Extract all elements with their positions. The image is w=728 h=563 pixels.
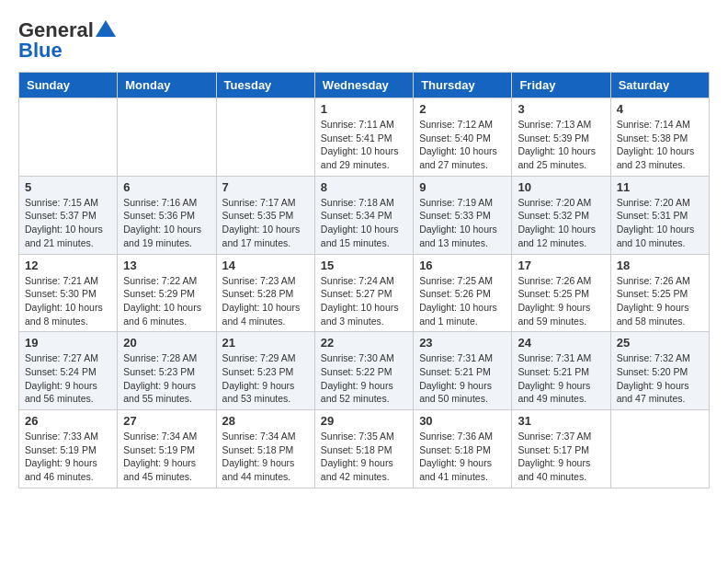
day-number: 27 [123, 414, 210, 428]
calendar-cell: 22Sunrise: 7:30 AM Sunset: 5:22 PM Dayli… [314, 332, 413, 410]
day-info: Sunrise: 7:26 AM Sunset: 5:25 PM Dayligh… [518, 274, 604, 328]
day-info: Sunrise: 7:12 AM Sunset: 5:40 PM Dayligh… [419, 118, 506, 172]
calendar-cell: 6Sunrise: 7:16 AM Sunset: 5:36 PM Daylig… [118, 176, 216, 254]
day-info: Sunrise: 7:11 AM Sunset: 5:41 PM Dayligh… [321, 118, 407, 172]
day-info: Sunrise: 7:31 AM Sunset: 5:21 PM Dayligh… [419, 351, 506, 406]
day-number: 20 [123, 336, 210, 350]
day-info: Sunrise: 7:32 AM Sunset: 5:20 PM Dayligh… [617, 351, 703, 406]
day-info: Sunrise: 7:21 AM Sunset: 5:30 PM Dayligh… [25, 274, 111, 328]
day-info: Sunrise: 7:14 AM Sunset: 5:38 PM Dayligh… [617, 118, 703, 172]
day-number: 25 [617, 336, 703, 350]
calendar-cell: 1Sunrise: 7:11 AM Sunset: 5:41 PM Daylig… [314, 98, 413, 177]
calendar-cell: 29Sunrise: 7:35 AM Sunset: 5:18 PM Dayli… [314, 410, 413, 488]
day-info: Sunrise: 7:13 AM Sunset: 5:39 PM Dayligh… [518, 118, 604, 172]
day-info: Sunrise: 7:34 AM Sunset: 5:19 PM Dayligh… [123, 430, 210, 484]
day-number: 12 [25, 259, 111, 272]
logo: General Blue [18, 18, 116, 63]
day-info: Sunrise: 7:19 AM Sunset: 5:33 PM Dayligh… [419, 196, 506, 250]
day-info: Sunrise: 7:29 AM Sunset: 5:23 PM Dayligh… [222, 351, 309, 406]
calendar-cell: 27Sunrise: 7:34 AM Sunset: 5:19 PM Dayli… [118, 410, 216, 488]
day-number: 28 [222, 414, 309, 428]
svg-marker-0 [96, 20, 116, 37]
day-number: 11 [617, 180, 703, 194]
day-number: 29 [321, 414, 407, 428]
weekday-tuesday: Tuesday [216, 73, 314, 98]
calendar-cell: 16Sunrise: 7:25 AM Sunset: 5:26 PM Dayli… [414, 254, 512, 332]
calendar-cell: 23Sunrise: 7:31 AM Sunset: 5:21 PM Dayli… [414, 332, 512, 410]
day-info: Sunrise: 7:20 AM Sunset: 5:31 PM Dayligh… [617, 196, 703, 250]
day-number: 7 [222, 180, 309, 194]
day-number: 3 [518, 102, 604, 116]
day-info: Sunrise: 7:37 AM Sunset: 5:17 PM Dayligh… [518, 430, 604, 484]
day-number: 14 [222, 259, 309, 272]
calendar-cell: 21Sunrise: 7:29 AM Sunset: 5:23 PM Dayli… [216, 332, 314, 410]
weekday-friday: Friday [512, 73, 610, 98]
day-info: Sunrise: 7:28 AM Sunset: 5:23 PM Dayligh… [123, 351, 210, 406]
day-info: Sunrise: 7:33 AM Sunset: 5:19 PM Dayligh… [25, 430, 111, 484]
calendar-week-1: 1Sunrise: 7:11 AM Sunset: 5:41 PM Daylig… [19, 98, 710, 177]
day-info: Sunrise: 7:35 AM Sunset: 5:18 PM Dayligh… [321, 430, 407, 484]
calendar-cell: 18Sunrise: 7:26 AM Sunset: 5:25 PM Dayli… [610, 254, 709, 332]
day-info: Sunrise: 7:27 AM Sunset: 5:24 PM Dayligh… [25, 351, 111, 406]
calendar-cell: 17Sunrise: 7:26 AM Sunset: 5:25 PM Dayli… [512, 254, 610, 332]
day-info: Sunrise: 7:22 AM Sunset: 5:29 PM Dayligh… [123, 274, 210, 328]
day-number: 26 [25, 414, 111, 428]
day-number: 4 [617, 102, 703, 116]
day-number: 21 [222, 336, 309, 350]
day-number: 23 [419, 336, 506, 350]
calendar-cell: 31Sunrise: 7:37 AM Sunset: 5:17 PM Dayli… [512, 410, 610, 488]
day-number: 9 [419, 180, 506, 194]
calendar-cell [216, 98, 314, 177]
calendar-cell: 30Sunrise: 7:36 AM Sunset: 5:18 PM Dayli… [414, 410, 512, 488]
weekday-sunday: Sunday [19, 73, 118, 98]
weekday-wednesday: Wednesday [314, 73, 413, 98]
calendar-cell: 3Sunrise: 7:13 AM Sunset: 5:39 PM Daylig… [512, 98, 610, 177]
day-info: Sunrise: 7:18 AM Sunset: 5:34 PM Dayligh… [321, 196, 407, 250]
day-info: Sunrise: 7:24 AM Sunset: 5:27 PM Dayligh… [321, 274, 407, 328]
logo-icon [96, 20, 116, 37]
day-number: 16 [419, 259, 506, 272]
calendar-cell: 12Sunrise: 7:21 AM Sunset: 5:30 PM Dayli… [19, 254, 118, 332]
calendar-cell: 2Sunrise: 7:12 AM Sunset: 5:40 PM Daylig… [414, 98, 512, 177]
day-number: 15 [321, 259, 407, 272]
day-info: Sunrise: 7:34 AM Sunset: 5:18 PM Dayligh… [222, 430, 309, 484]
calendar-cell: 25Sunrise: 7:32 AM Sunset: 5:20 PM Dayli… [610, 332, 709, 410]
calendar-week-3: 12Sunrise: 7:21 AM Sunset: 5:30 PM Dayli… [19, 254, 710, 332]
day-number: 24 [518, 336, 604, 350]
day-info: Sunrise: 7:20 AM Sunset: 5:32 PM Dayligh… [518, 196, 604, 250]
calendar-cell: 7Sunrise: 7:17 AM Sunset: 5:35 PM Daylig… [216, 176, 314, 254]
calendar-cell: 5Sunrise: 7:15 AM Sunset: 5:37 PM Daylig… [19, 176, 118, 254]
day-info: Sunrise: 7:25 AM Sunset: 5:26 PM Dayligh… [419, 274, 506, 328]
calendar-cell [118, 98, 216, 177]
day-number: 1 [321, 102, 407, 116]
calendar-cell: 28Sunrise: 7:34 AM Sunset: 5:18 PM Dayli… [216, 410, 314, 488]
calendar-cell: 8Sunrise: 7:18 AM Sunset: 5:34 PM Daylig… [314, 176, 413, 254]
calendar-cell [19, 98, 118, 177]
day-number: 18 [617, 259, 703, 272]
calendar-cell: 26Sunrise: 7:33 AM Sunset: 5:19 PM Dayli… [19, 410, 118, 488]
day-number: 17 [518, 259, 604, 272]
calendar-cell: 4Sunrise: 7:14 AM Sunset: 5:38 PM Daylig… [610, 98, 709, 177]
day-number: 22 [321, 336, 407, 350]
day-number: 13 [123, 259, 210, 272]
day-info: Sunrise: 7:31 AM Sunset: 5:21 PM Dayligh… [518, 351, 604, 406]
day-number: 31 [518, 414, 604, 428]
calendar-week-2: 5Sunrise: 7:15 AM Sunset: 5:37 PM Daylig… [19, 176, 710, 254]
day-info: Sunrise: 7:23 AM Sunset: 5:28 PM Dayligh… [222, 274, 309, 328]
calendar-cell: 13Sunrise: 7:22 AM Sunset: 5:29 PM Dayli… [118, 254, 216, 332]
calendar-cell: 14Sunrise: 7:23 AM Sunset: 5:28 PM Dayli… [216, 254, 314, 332]
weekday-monday: Monday [118, 73, 216, 98]
calendar-cell [610, 410, 709, 488]
day-info: Sunrise: 7:26 AM Sunset: 5:25 PM Dayligh… [617, 274, 703, 328]
calendar-cell: 24Sunrise: 7:31 AM Sunset: 5:21 PM Dayli… [512, 332, 610, 410]
day-info: Sunrise: 7:15 AM Sunset: 5:37 PM Dayligh… [25, 196, 111, 250]
calendar-cell: 19Sunrise: 7:27 AM Sunset: 5:24 PM Dayli… [19, 332, 118, 410]
day-number: 8 [321, 180, 407, 194]
day-number: 5 [25, 180, 111, 194]
day-number: 10 [518, 180, 604, 194]
calendar-cell: 15Sunrise: 7:24 AM Sunset: 5:27 PM Dayli… [314, 254, 413, 332]
day-number: 6 [123, 180, 210, 194]
day-number: 30 [419, 414, 506, 428]
calendar-cell: 11Sunrise: 7:20 AM Sunset: 5:31 PM Dayli… [610, 176, 709, 254]
calendar-table: SundayMondayTuesdayWednesdayThursdayFrid… [18, 72, 710, 488]
